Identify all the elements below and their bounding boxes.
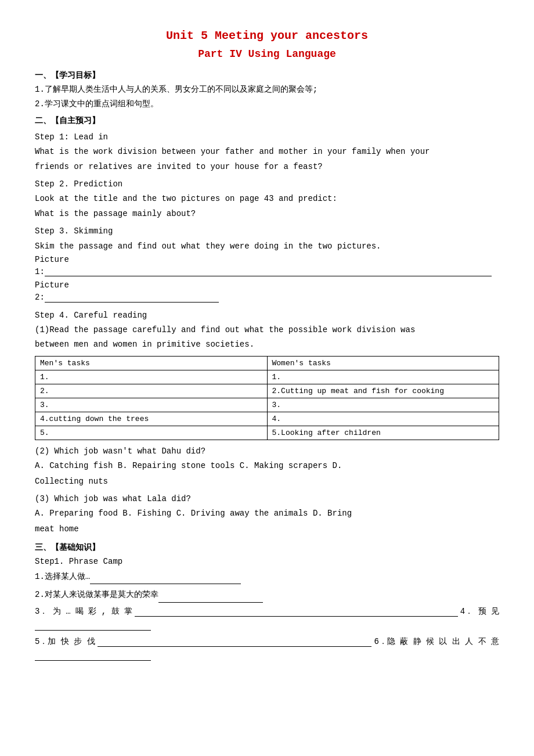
step2-label: Step 2. Prediction — [35, 178, 499, 190]
picture1-line: 1: — [35, 265, 499, 278]
step4-text2: between men and women in primitive socie… — [35, 338, 499, 351]
main-title: Unit 5 Meeting your ancestors — [35, 29, 499, 42]
phrase3-part1-text: 3． 为 … 喝 彩 , 鼓 掌 — [35, 606, 132, 617]
step2-text: Look at the title and the two pictures o… — [35, 192, 499, 205]
table-row: 4.cutting down the trees 4. — [35, 412, 499, 426]
phrase5-line: 5．加 快 步 伐 6．隐 蔽 静 候 以 出 人 不 意 — [35, 636, 499, 647]
phrase2-line: 2.对某人来说做某事是莫大的荣幸 — [35, 588, 499, 602]
q2-choices2: Collecting nuts — [35, 475, 499, 489]
page-container: Unit 5 Meeting your ancestors Part IV Us… — [35, 29, 499, 661]
q3-label: (3) Which job was what Lala did? — [35, 492, 499, 505]
row3-col1: 3. — [35, 398, 268, 412]
phrase1-blank[interactable] — [90, 575, 241, 584]
row4-col1: 4.cutting down the trees — [35, 412, 268, 426]
phrase6-blank[interactable] — [35, 650, 151, 661]
phrase2-text: 2.对某人来说做某事是莫大的荣幸 — [35, 590, 158, 599]
phrase3-line: 3． 为 … 喝 彩 , 鼓 掌 4． 预 见 — [35, 606, 499, 617]
sub-title: Part IV Using Language — [35, 48, 499, 60]
phrase5-blank[interactable] — [98, 638, 372, 647]
picture1-label: Picture — [35, 255, 69, 264]
q2-label: (2) Which job wasn't what Dahu did? — [35, 445, 499, 458]
phrase2-blank[interactable] — [158, 593, 263, 603]
step1-label: Step 1: Lead in — [35, 131, 499, 143]
phrase5-part2-text: 6．隐 蔽 静 候 以 出 人 不 意 — [374, 636, 499, 647]
section1-header: 一、【学习目标】 — [35, 70, 499, 81]
row1-col2: 1. — [267, 370, 499, 384]
table-row: 5. 5.Looking after children — [35, 426, 499, 440]
phrase1-text: 1.选择某人做… — [35, 572, 90, 581]
table-row: 1. 1. — [35, 370, 499, 384]
phrase4-blank[interactable] — [35, 620, 151, 631]
table-header-row: Men's tasks Women's tasks — [35, 356, 499, 370]
tasks-table: Men's tasks Women's tasks 1. 1. 2. 2.Cut… — [35, 356, 499, 440]
row1-col1: 1. — [35, 370, 268, 384]
step4-label: Step 4. Careful reading — [35, 309, 499, 322]
row4-col2: 4. — [267, 412, 499, 426]
step1-text2: friends or relatives are invited to your… — [35, 160, 499, 173]
step2-question: What is the passage mainly about? — [35, 207, 499, 220]
picture2-line: 2: — [35, 291, 499, 304]
step3-text: Skim the passage and find out what they … — [35, 240, 499, 253]
picture2-row: Picture — [35, 280, 499, 290]
row5-col2: 5.Looking after children — [267, 426, 499, 440]
section1-item1: 1.了解早期人类生活中人与人的关系、男女分工的不同以及家庭之间的聚会等; — [35, 83, 499, 96]
col1-header: Men's tasks — [35, 356, 268, 370]
step1-phrase: Step1. Phrase Camp — [35, 555, 499, 568]
row3-col2: 3. — [267, 398, 499, 412]
table-row: 3. 3. — [35, 398, 499, 412]
row2-col2: 2.Cutting up meat and fish for cooking — [267, 384, 499, 398]
q3-choices2: meat home — [35, 523, 499, 537]
section1-item2: 2.学习课文中的重点词组和句型。 — [35, 98, 499, 110]
q3-choices: A. Preparing food B. Fishing C. Driving … — [35, 507, 499, 521]
section3-header: 三、【基础知识】 — [35, 542, 499, 553]
phrase5-part1-text: 5．加 快 步 伐 — [35, 636, 95, 647]
q2-choices: A. Catching fish B. Repairing stone tool… — [35, 459, 499, 473]
step3-label: Step 3. Skimming — [35, 225, 499, 237]
phrase3-part2-text: 4． 预 见 — [460, 606, 499, 617]
phrase1-line: 1.选择某人做… — [35, 570, 499, 584]
picture1-row: Picture — [35, 255, 499, 264]
row5-col1: 5. — [35, 426, 268, 440]
row2-col1: 2. — [35, 384, 268, 398]
col2-header: Women's tasks — [267, 356, 499, 370]
step1-text: What is the work division between your f… — [35, 145, 499, 158]
step4-text: (1)Read the passage carefully and find o… — [35, 323, 499, 336]
table-row: 2. 2.Cutting up meat and fish for cookin… — [35, 384, 499, 398]
section2-header: 二、【自主预习】 — [35, 116, 499, 126]
phrase3-blank[interactable] — [135, 607, 458, 617]
picture2-label: Picture — [35, 280, 69, 290]
